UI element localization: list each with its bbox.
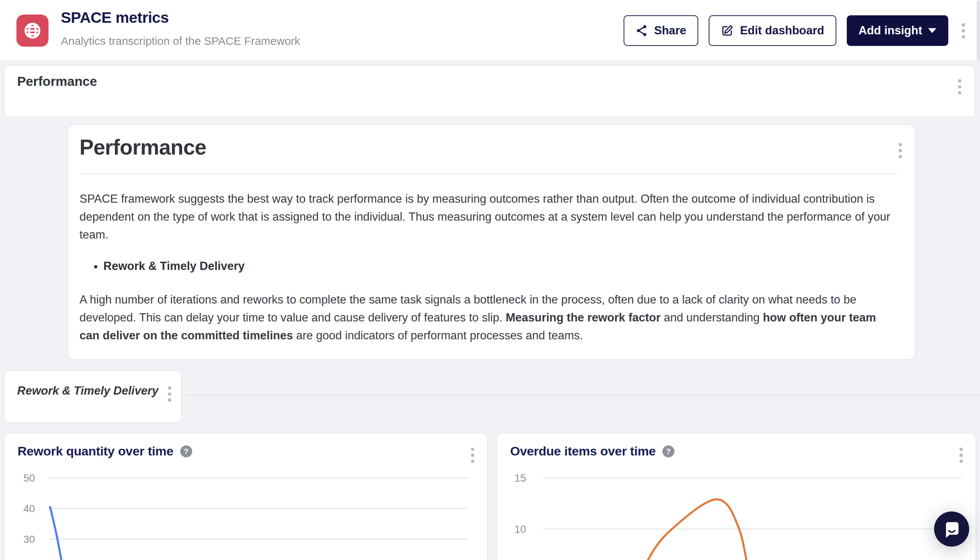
paragraph-segment: are good indicators of performant proces…: [293, 329, 583, 342]
header-actions: Share Edit dashboard Add insight: [624, 15, 968, 46]
overdue-items-chart-more-button[interactable]: [957, 445, 966, 466]
help-icon[interactable]: ?: [180, 445, 192, 457]
caret-down-icon: [928, 28, 936, 33]
rework-subsection-more-button[interactable]: [165, 383, 174, 405]
add-insight-button[interactable]: Add insight: [847, 15, 948, 46]
rework-quantity-chart-card: 504030 Rework quantity over time ?: [4, 433, 488, 560]
performance-text-card: Performance SPACE framework suggests the…: [68, 124, 915, 360]
y-tick-label: 50: [23, 472, 35, 484]
globe-icon: [23, 21, 42, 40]
section-divider-line: [185, 395, 980, 396]
kebab-dot: [471, 448, 474, 451]
y-tick-label: 10: [514, 523, 526, 535]
text-card-heading: Performance: [80, 135, 903, 159]
performance-section-title: Performance: [17, 74, 962, 89]
kebab-dot: [898, 155, 902, 158]
kebab-dot: [168, 398, 171, 402]
help-icon[interactable]: ?: [662, 445, 674, 457]
y-tick-label: 30: [23, 533, 35, 545]
rework-quantity-chart-title: Rework quantity over time: [18, 444, 173, 458]
series-line: [50, 507, 65, 560]
kebab-dot: [958, 85, 961, 88]
y-tick-label: 40: [23, 503, 35, 515]
share-icon: [636, 24, 648, 37]
kebab-dot: [898, 143, 902, 147]
kebab-dot: [958, 79, 961, 83]
overdue-items-chart-title: Overdue items over time: [510, 444, 656, 458]
text-card-paragraph-2: A high number of iterations and reworks …: [80, 291, 897, 345]
dashboard-page: SPACE metrics Analytics transcription of…: [0, 0, 980, 560]
y-tick-label: 15: [514, 472, 526, 484]
add-insight-button-label: Add insight: [859, 24, 922, 37]
edit-dashboard-button-label: Edit dashboard: [740, 24, 824, 37]
title-block: SPACE metrics Analytics transcription of…: [61, 9, 300, 47]
rework-subsection-title: Rework & Timely Delivery: [17, 384, 168, 398]
kebab-dot: [898, 149, 902, 152]
text-card-more-button[interactable]: [896, 140, 905, 161]
paragraph-segment-bold: Measuring the rework factor: [506, 311, 661, 324]
share-button-label: Share: [654, 24, 686, 37]
page-subtitle: Analytics transcription of the SPACE Fra…: [61, 35, 300, 47]
performance-section-more-button[interactable]: [955, 76, 964, 97]
paragraph-segment: and understanding: [661, 311, 763, 324]
share-button[interactable]: Share: [624, 15, 698, 46]
performance-section-card: Performance: [4, 65, 975, 117]
chart-header: Overdue items over time ?: [510, 444, 674, 458]
bullet-item: Rework & Timely Delivery: [103, 257, 903, 275]
kebab-dot: [960, 448, 963, 451]
page-title: SPACE metrics: [61, 9, 300, 27]
edit-icon: [720, 24, 734, 37]
chat-launcher-button[interactable]: [934, 512, 969, 547]
rework-quantity-chart-more-button[interactable]: [468, 445, 477, 466]
text-card-paragraph-1: SPACE framework suggests the best way to…: [80, 190, 897, 244]
kebab-dot: [471, 460, 474, 463]
heading-divider: [80, 173, 897, 174]
top-bar: SPACE metrics Analytics transcription of…: [0, 0, 980, 61]
chat-bubble-icon: [942, 519, 961, 539]
series-line: [634, 500, 752, 560]
kebab-dot: [962, 29, 965, 32]
kebab-dot: [962, 23, 965, 27]
kebab-dot: [958, 91, 961, 95]
chart-header: Rework quantity over time ?: [18, 444, 192, 458]
kebab-dot: [471, 453, 474, 457]
dashboard-more-options-button[interactable]: [959, 20, 968, 42]
overdue-items-chart-card: 1510 Overdue items over time ?: [496, 433, 976, 560]
kebab-dot: [960, 460, 963, 463]
kebab-dot: [960, 453, 963, 457]
rework-subsection-card: Rework & Timely Delivery: [4, 370, 182, 423]
text-card-bullet-list: Rework & Timely Delivery: [80, 257, 903, 275]
page-scrollbar[interactable]: [977, 0, 980, 60]
dashboard-logo: [17, 15, 48, 47]
kebab-dot: [962, 35, 965, 38]
kebab-dot: [168, 387, 171, 390]
edit-dashboard-button[interactable]: Edit dashboard: [709, 15, 836, 46]
kebab-dot: [168, 392, 171, 396]
